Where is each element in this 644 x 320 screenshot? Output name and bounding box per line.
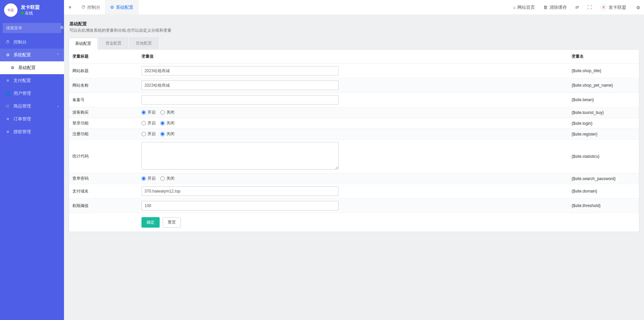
radio-input[interactable]	[160, 110, 165, 115]
radio-option[interactable]: 开启	[141, 120, 156, 126]
radio-label: 开启	[148, 120, 156, 126]
chevron-icon: ‹	[58, 105, 59, 108]
topbar-link[interactable]: ⌂网站首页	[509, 0, 539, 14]
submit-button[interactable]: 确定	[141, 217, 160, 228]
radio-input[interactable]	[160, 132, 165, 136]
nav-label: 授权管理	[13, 129, 31, 135]
row-varname: {$site.shop_pet_name}	[568, 78, 639, 93]
sidebar-item[interactable]: ≡订单管理	[0, 113, 64, 125]
sidebar-item[interactable]: ⚙系统配置˅	[0, 49, 64, 61]
row-label: 统计代码	[69, 140, 138, 173]
radio-input[interactable]	[141, 110, 146, 115]
page-title: 基础配置	[69, 21, 639, 27]
table-header-var: 变量名	[568, 50, 639, 64]
nav-icon: 🛒	[5, 104, 10, 109]
row-label: 网站标题	[69, 64, 138, 78]
tab-icon: ⏱	[81, 5, 86, 10]
fullscreen-button[interactable]: ⛶	[583, 0, 596, 14]
fullscreen-icon: ⛶	[587, 5, 592, 10]
table-header-label: 变量标题	[69, 50, 138, 64]
gear-icon: ⚙	[636, 5, 640, 10]
user-menu[interactable]: 盟发卡联盟	[596, 0, 631, 14]
nav-label: 基础配置	[18, 65, 36, 71]
text-input[interactable]	[141, 201, 339, 210]
radio-input[interactable]	[160, 176, 165, 181]
reset-button[interactable]: 重置	[163, 217, 181, 228]
row-value	[138, 93, 568, 107]
config-tab[interactable]: 其他配置	[129, 37, 158, 49]
topbar-link-icon: ⌂	[513, 5, 516, 10]
radio-input[interactable]	[141, 132, 146, 136]
brand-logo: 联盟	[4, 3, 18, 17]
menu-search[interactable]: 🔍	[3, 23, 61, 33]
menu-toggle-button[interactable]: ≡	[64, 0, 76, 14]
sidebar-item[interactable]: 👤用户管理	[0, 87, 64, 100]
radio-option[interactable]: 关闭	[160, 110, 174, 115]
nav-icon: ⚙	[5, 53, 10, 57]
text-input[interactable]	[141, 66, 339, 76]
textarea-input[interactable]	[141, 142, 339, 170]
config-row: 备案号{$site.beian}	[69, 93, 639, 107]
row-varname: {$site.statistics}	[568, 140, 639, 173]
nav-label: 用户管理	[13, 90, 31, 96]
menu-search-input[interactable]	[3, 23, 60, 33]
row-label: 权限阈值	[69, 199, 138, 213]
config-tab[interactable]: 资金配置	[99, 37, 128, 49]
brand-status: 在线	[21, 10, 40, 16]
user-avatar: 盟	[600, 4, 607, 11]
config-tab[interactable]: 基础配置	[69, 38, 98, 50]
sidebar-item[interactable]: ≡支付配置	[0, 74, 64, 87]
text-input[interactable]	[141, 81, 339, 90]
topbar-link-label: 清除缓存	[549, 4, 567, 10]
page-description: 可以在此增改系统的变量和分组,也可以自定义分组和变量	[69, 28, 639, 33]
row-value	[138, 64, 568, 78]
text-input[interactable]	[141, 186, 339, 196]
row-value	[138, 199, 568, 213]
sidebar-item[interactable]: ⏱控制台	[0, 36, 64, 49]
row-label: 登录功能	[69, 118, 138, 129]
nav-icon: ≡	[5, 117, 10, 121]
config-row: 查单密码开启关闭{$site.search_password}	[69, 173, 639, 184]
radio-option[interactable]: 开启	[141, 131, 156, 137]
row-value	[138, 184, 568, 199]
header-tab[interactable]: ⚙基础配置	[105, 0, 138, 14]
topbar-link[interactable]: 🗑清除缓存	[539, 0, 571, 14]
radio-option[interactable]: 关闭	[160, 176, 174, 181]
config-row: 统计代码{$site.statistics}	[69, 140, 639, 173]
chevron-icon: ˅	[57, 53, 59, 57]
sidebar-item[interactable]: ⚙基础配置	[0, 61, 64, 74]
radio-label: 开启	[148, 110, 156, 115]
row-label: 注册功能	[69, 129, 138, 140]
sidebar-item[interactable]: ≡授权管理	[0, 125, 64, 138]
radio-option[interactable]: 开启	[141, 176, 156, 181]
radio-option[interactable]: 关闭	[160, 120, 174, 126]
radio-input[interactable]	[141, 121, 146, 125]
nav-icon: 👤	[5, 91, 10, 96]
row-label: 网站名称	[69, 78, 138, 93]
config-row: 权限阈值{$site.threshold}	[69, 199, 639, 213]
row-label: 游客购买	[69, 107, 138, 118]
sidebar-item[interactable]: 🛒商品管理‹	[0, 100, 64, 113]
topbar: ≡ ⏱控制台⚙基础配置 ⌂网站首页🗑清除缓存⇄⛶盟发卡联盟 ⚙	[64, 0, 644, 15]
radio-input[interactable]	[160, 121, 165, 125]
sidebar-nav: ⏱控制台⚙系统配置˅⚙基础配置≡支付配置👤用户管理🛒商品管理‹≡订单管理≡授权管…	[0, 36, 64, 138]
refresh-button[interactable]: ⇄	[571, 0, 583, 14]
config-table: 变量标题 变量值 变量名 网站标题{$site.shop_title}网站名称{…	[69, 50, 639, 213]
refresh-icon: ⇄	[575, 5, 579, 10]
text-input[interactable]	[141, 95, 339, 105]
row-value	[138, 140, 568, 173]
config-row: 登录功能开启关闭{$site.login}	[69, 118, 639, 129]
settings-gear-button[interactable]: ⚙	[633, 0, 644, 15]
radio-option[interactable]: 开启	[141, 110, 156, 115]
nav-icon: ⏱	[5, 40, 10, 45]
topbar-link-icon: 🗑	[543, 5, 548, 10]
nav-label: 控制台	[13, 39, 27, 45]
radio-option[interactable]: 关闭	[160, 131, 174, 137]
row-varname: {$site.search_password}	[568, 173, 639, 184]
brand-name: 发卡联盟	[21, 4, 40, 10]
radio-label: 关闭	[166, 120, 174, 126]
radio-input[interactable]	[141, 176, 146, 181]
radio-label: 开启	[148, 176, 156, 181]
header-tab[interactable]: ⏱控制台	[76, 0, 105, 14]
nav-label: 商品管理	[13, 103, 31, 109]
